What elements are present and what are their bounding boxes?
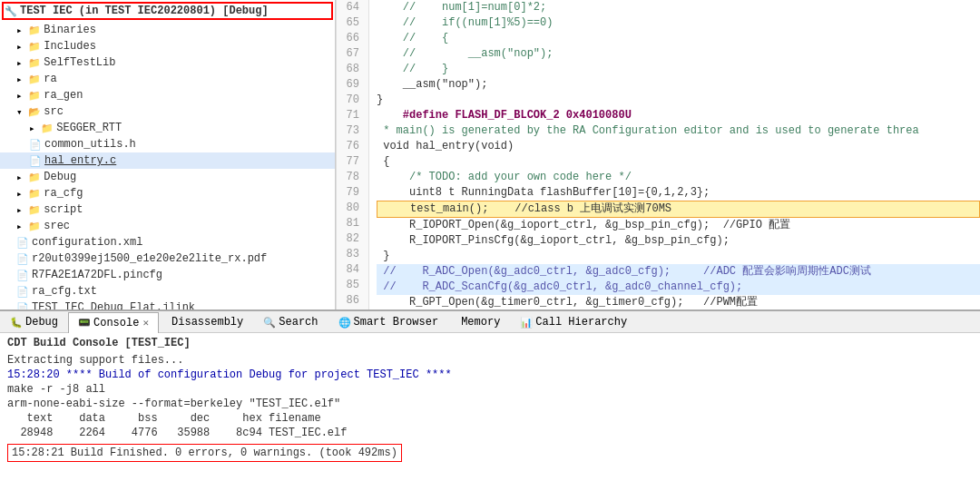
code-line: // { (377, 31, 980, 46)
code-line: } (377, 93, 980, 108)
search-tab-icon: 🔍 (263, 317, 276, 329)
file-icon: 📄 (29, 139, 42, 151)
line-number: 80 (337, 201, 363, 216)
bottom-panel: 🐛Debug📟Console✕Disassembly🔍Search🌐Smart … (0, 309, 980, 491)
sidebar-item-srec[interactable]: ▸ 📁srec (0, 218, 335, 234)
line-number: 73 (337, 123, 363, 139)
tab-label: Console (93, 317, 139, 329)
sidebar-item-includes[interactable]: ▸ 📁Includes (0, 38, 335, 54)
line-number: 69 (337, 77, 363, 93)
sidebar-item-label: ra_cfg (44, 187, 83, 200)
code-line: // R_ADC_Open(&g_adc0_ctrl, &g_adc0_cfg)… (377, 264, 980, 280)
line-number: 66 (337, 31, 363, 46)
line-number: 78 (337, 170, 363, 185)
tab-console[interactable]: 📟Console✕ (68, 312, 159, 333)
sidebar-item-label: script (44, 203, 83, 216)
sidebar-item-binaries[interactable]: ▸ 📁Binaries (0, 22, 335, 38)
console-title: CDT Build Console [TEST_IEC] (7, 337, 973, 349)
project-root-label: TEST IEC (in TEST IEC20220801) [Debug] (20, 5, 269, 17)
main-area: 🔧 TEST IEC (in TEST IEC20220801) [Debug]… (0, 0, 980, 309)
console-success-line: 15:28:21 Build Finished. 0 errors, 0 war… (7, 440, 973, 462)
code-line: } (377, 249, 980, 264)
code-line: test_main(); //class b 上电调试实测70MS (377, 201, 980, 218)
sidebar-item-src[interactable]: ▾ 📂src (0, 103, 335, 120)
sidebar-item-label: SEGGER_RTT (56, 122, 122, 134)
tab-close-button[interactable]: ✕ (142, 317, 149, 329)
sidebar-item-label: R7FA2E1A72DFL.pincfg (32, 269, 162, 281)
sidebar-item-ra_cfg_txt[interactable]: 📄ra_cfg.txt (0, 283, 335, 300)
tab-memory[interactable]: Memory (448, 311, 510, 332)
sidebar-item-label: Includes (44, 40, 96, 53)
sidebar-item-label: ra_gen (44, 89, 83, 102)
folder-icon: ▸ 📁 (16, 41, 41, 53)
folder-icon: ▸ 📁 (16, 172, 41, 183)
sidebar-item-hal_entry[interactable]: 📄hal_entry.c (0, 152, 335, 169)
tab-debug[interactable]: 🐛Debug (0, 311, 68, 332)
folder-icon: ▸ 📁 (16, 188, 41, 200)
file-icon: 📄 (16, 237, 29, 249)
line-number: 77 (337, 154, 363, 170)
folder-icon: ▸ 📁 (16, 90, 41, 102)
code-line: * main() is generated by the RA Configur… (377, 123, 980, 139)
sidebar-item-r7fa2e[interactable]: 📄R7FA2E1A72DFL.pincfg (0, 267, 335, 283)
sidebar: 🔧 TEST IEC (in TEST IEC20220801) [Debug]… (0, 0, 336, 309)
sidebar-item-label: common_utils.h (44, 138, 136, 151)
project-icon: 🔧 (5, 5, 17, 17)
tab-label: Memory (461, 316, 500, 329)
code-editor[interactable]: 6465666768697071737677787980818283848586… (336, 0, 980, 309)
file-icon: 📄 (16, 302, 29, 310)
tab-disassembly[interactable]: Disassembly (159, 311, 253, 332)
project-root[interactable]: 🔧 TEST IEC (in TEST IEC20220801) [Debug] (2, 2, 333, 20)
line-number: 71 (337, 108, 363, 123)
console-line: 28948 2264 4776 35988 8c94 TEST_IEC.elf (7, 426, 973, 440)
code-line: void hal_entry(void) (377, 139, 980, 154)
tab-label: Smart Browser (354, 316, 439, 329)
tab-search[interactable]: 🔍Search (253, 311, 328, 332)
line-number: 84 (337, 262, 363, 278)
sidebar-item-ra[interactable]: ▸ 📁ra (0, 71, 335, 87)
sidebar-item-jlink[interactable]: 📄TEST_IEC Debug_Flat.jlink (0, 300, 335, 309)
folder-icon: ▸ 📁 (16, 25, 41, 36)
line-number: 65 (337, 15, 363, 31)
console-lines: Extracting support files...15:28:20 ****… (7, 353, 973, 462)
sidebar-item-debug[interactable]: ▸ 📁Debug (0, 169, 335, 185)
sidebar-item-label: ra_cfg.txt (32, 285, 97, 298)
sidebar-item-ra_cfg[interactable]: ▸ 📁ra_cfg (0, 185, 335, 201)
folder-icon: ▸ 📁 (29, 123, 54, 134)
code-line: // num[1]=num[0]*2; (377, 0, 980, 15)
folder-open-icon: ▾ 📂 (16, 106, 41, 118)
code-area: 6465666768697071737677787980818283848586… (337, 0, 980, 309)
code-lines: // num[1]=num[0]*2; // if((num[1]%5)==0)… (369, 0, 980, 309)
tab-label: Call Hierarchy (535, 316, 627, 329)
line-number: 85 (337, 278, 363, 293)
line-number: 83 (337, 247, 363, 262)
folder-icon: ▸ 📁 (16, 221, 41, 232)
sidebar-item-label: configuration.xml (32, 236, 142, 249)
tab-smart_browser[interactable]: 🌐Smart Browser (328, 311, 449, 332)
file-icon: 📄 (16, 270, 29, 281)
sidebar-item-selftestlib[interactable]: ▸ 📁SelfTestLib (0, 54, 335, 71)
line-number: 68 (337, 62, 363, 77)
console-line: Extracting support files... (7, 353, 973, 368)
code-line: /* TODO: add your own code here */ (377, 170, 980, 185)
sidebar-item-label: ra (44, 73, 56, 85)
smart_browser-tab-icon: 🌐 (338, 317, 351, 329)
sidebar-item-configuration_xml[interactable]: 📄configuration.xml (0, 234, 335, 250)
tab-call_hierarchy[interactable]: 📊Call Hierarchy (510, 311, 637, 332)
line-number: 70 (337, 93, 363, 108)
code-line: #define FLASH_DF_BLCOK_2 0x4010080U (377, 108, 980, 123)
line-number: 82 (337, 231, 363, 247)
console-line: text data bss dec hex filename (7, 411, 973, 426)
sidebar-item-label: r20ut0399ej1500_e1e20e2e2lite_rx.pdf (32, 252, 267, 265)
folder-icon: ▸ 📁 (16, 57, 41, 69)
sidebar-item-script[interactable]: ▸ 📁script (0, 201, 335, 218)
code-line: R_IOPORT_PinsCfg(&g_ioport_ctrl, &g_bsp_… (377, 233, 980, 249)
sidebar-item-common_utils[interactable]: 📄common_utils.h (0, 136, 335, 152)
sidebar-item-ra_gen[interactable]: ▸ 📁ra_gen (0, 87, 335, 103)
sidebar-item-r20ut[interactable]: 📄r20ut0399ej1500_e1e20e2e2lite_rx.pdf (0, 250, 335, 267)
console-line: arm-none-eabi-size --format=berkeley "TE… (7, 397, 973, 411)
sidebar-item-segger_rtt[interactable]: ▸ 📁SEGGER_RTT (0, 120, 335, 136)
line-number: 79 (337, 185, 363, 201)
code-line: // if((num[1]%5)==0) (377, 15, 980, 31)
console-tab-icon: 📟 (78, 317, 91, 329)
